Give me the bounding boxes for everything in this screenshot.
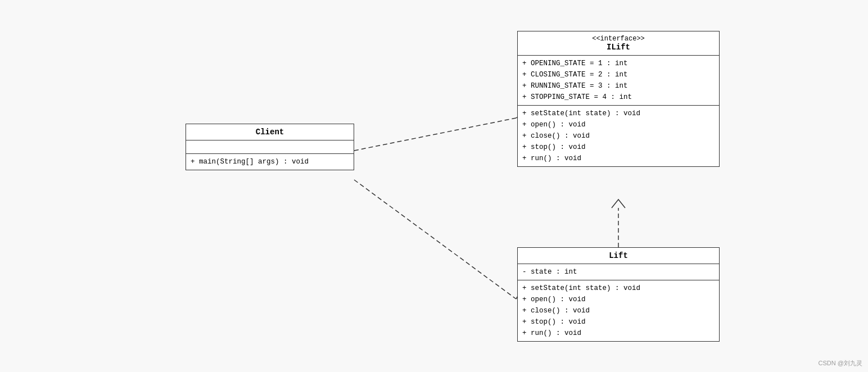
client-methods-section: + main(String[] args) : void (186, 154, 354, 170)
lift-method-1: + open() : void (522, 294, 715, 305)
lift-class-box: Lift - state : int + setState(int state)… (517, 247, 720, 342)
ilift-constants-section: + OPENING_STATE = 1 : int + CLOSING_STAT… (518, 56, 719, 106)
lift-field-0: - state : int (522, 266, 715, 278)
svg-line-1 (354, 180, 516, 299)
ilift-constant-2: + RUNNING_STATE = 3 : int (522, 80, 715, 92)
watermark: CSDN @刘九灵 (819, 359, 862, 368)
client-class-name: Client (192, 128, 348, 137)
ilift-method-1: + open() : void (522, 119, 715, 130)
ilift-header: <<interface>> ILift (518, 31, 719, 56)
lift-methods-section: + setState(int state) : void + open() : … (518, 280, 719, 341)
client-header: Client (186, 124, 354, 140)
ilift-constant-3: + STOPPING_STATE = 4 : int (522, 92, 715, 103)
diagram-container: Client + main(String[] args) : void <<in… (0, 0, 868, 372)
ilift-method-2: + close() : void (522, 130, 715, 142)
lift-method-3: + stop() : void (522, 316, 715, 328)
lift-class-name: Lift (523, 251, 713, 260)
lift-method-0: + setState(int state) : void (522, 283, 715, 294)
ilift-constant-1: + CLOSING_STATE = 2 : int (522, 69, 715, 80)
lift-method-4: + run() : void (522, 328, 715, 339)
ilift-class-name: ILift (523, 43, 713, 52)
lift-method-2: + close() : void (522, 305, 715, 316)
lift-fields-section: - state : int (518, 264, 719, 280)
client-method-0: + main(String[] args) : void (191, 156, 349, 167)
lift-header: Lift (518, 248, 719, 264)
ilift-stereotype: <<interface>> (523, 35, 713, 43)
client-class-box: Client + main(String[] args) : void (186, 124, 354, 170)
ilift-methods-section: + setState(int state) : void + open() : … (518, 106, 719, 166)
ilift-method-0: + setState(int state) : void (522, 108, 715, 119)
ilift-method-3: + stop() : void (522, 142, 715, 153)
ilift-class-box: <<interface>> ILift + OPENING_STATE = 1 … (517, 31, 720, 167)
svg-line-0 (354, 118, 516, 151)
ilift-method-4: + run() : void (522, 153, 715, 164)
client-fields-section (186, 140, 354, 154)
ilift-constant-0: + OPENING_STATE = 1 : int (522, 58, 715, 69)
diagram-arrows (0, 0, 868, 372)
